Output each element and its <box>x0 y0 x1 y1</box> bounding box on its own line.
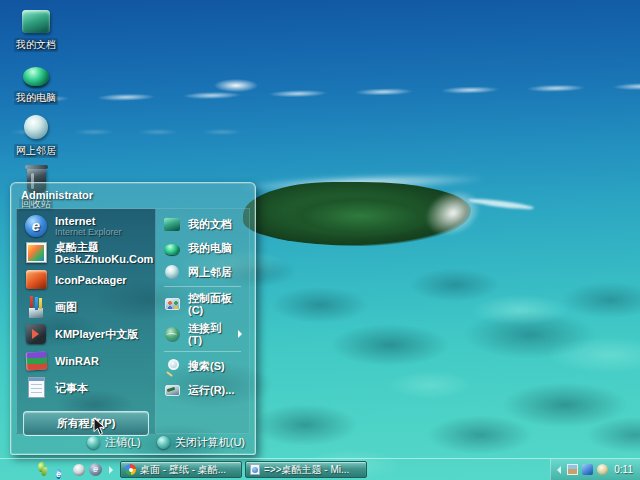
desktop-icon-label: 我的电脑 <box>14 91 58 105</box>
start-menu-pinned-column: e Internet Internet Explorer 桌酷主题Desk.Zh… <box>16 208 156 434</box>
start-menu-places-column: 我的文档 我的电脑 网上邻居 控制面板(C) 连接到(T) <box>156 208 250 434</box>
menu-item-label: 控制面板(C) <box>188 292 242 316</box>
menu-item-winrar[interactable]: WinRAR <box>17 347 155 374</box>
kmplayer-icon <box>24 322 48 346</box>
menu-item-label: 画图 <box>55 301 77 313</box>
system-tray: 0:11 <box>550 459 640 480</box>
menu-item-iconpackager[interactable]: IconPackager <box>17 266 155 293</box>
internet-explorer-icon: e <box>24 214 48 238</box>
volume-tray-icon[interactable] <box>597 464 608 475</box>
my-documents-icon <box>163 215 181 233</box>
mouse-cursor <box>93 417 106 440</box>
menu-item-label: 运行(R)... <box>188 384 234 396</box>
run-icon <box>163 381 181 399</box>
menu-item-my-documents[interactable]: 我的文档 <box>156 212 249 236</box>
menu-item-control-panel[interactable]: 控制面板(C) <box>156 289 249 319</box>
start-menu-footer: 注销(L) 关闭计算机(U) <box>87 432 245 452</box>
menu-item-label: IconPackager <box>55 274 127 286</box>
menu-item-label: 我的电脑 <box>188 242 232 254</box>
my-documents-icon <box>21 6 51 36</box>
menu-item-notepad[interactable]: 记事本 <box>17 374 155 401</box>
menu-item-my-computer[interactable]: 我的电脑 <box>156 236 249 260</box>
desktop-icon-label: 我的文档 <box>14 38 58 52</box>
menu-item-network-places[interactable]: 网上邻居 <box>156 260 249 284</box>
menu-item-label: 我的文档 <box>188 218 232 230</box>
iconpackager-icon <box>24 268 48 292</box>
user-name: Administrator <box>21 189 93 201</box>
desktop-icon-list: 我的文档 我的电脑 网上邻居 回收站 <box>4 6 68 211</box>
menu-item-paint[interactable]: 画图 <box>17 293 155 320</box>
turn-off-label: 关闭计算机(U) <box>175 435 245 450</box>
task-button-wallpaper-window[interactable]: 桌面 - 壁纸 - 桌酷... <box>120 461 242 478</box>
taskbar: e e 桌面 - 壁纸 - 桌酷... =>>桌酷主题 - Mi... 0:11 <box>0 459 640 480</box>
desktop-icon-network-places[interactable]: 网上邻居 <box>4 112 68 158</box>
network-places-icon <box>21 112 51 142</box>
turn-off-icon <box>157 436 170 449</box>
task-button-zhuoku-window[interactable]: =>>桌酷主题 - Mi... <box>245 461 367 478</box>
menu-item-label: 网上邻居 <box>188 266 232 278</box>
my-computer-icon <box>163 239 181 257</box>
submenu-arrow-icon <box>238 330 242 338</box>
menu-item-run[interactable]: 运行(R)... <box>156 378 249 402</box>
winrar-icon <box>24 349 48 373</box>
task-button-label: 桌面 - 壁纸 - 桌酷... <box>140 463 226 477</box>
internet-explorer-icon[interactable]: e <box>56 463 69 476</box>
taskbar-clock: 0:11 <box>612 464 633 475</box>
task-button-label: =>>桌酷主题 - Mi... <box>264 463 349 477</box>
desktop-icon-my-computer[interactable]: 我的电脑 <box>4 59 68 105</box>
wallpaper-pinwheel-icon <box>125 464 136 475</box>
menu-item-connect-to[interactable]: 连接到(T) <box>156 319 249 349</box>
log-off-label: 注销(L) <box>105 435 140 450</box>
menu-item-label: 搜索(S) <box>188 360 225 372</box>
menu-item-label: KMPlayer中文版 <box>55 328 138 340</box>
menu-item-search[interactable]: 搜索(S) <box>156 354 249 378</box>
browser-icon[interactable]: e <box>89 463 102 476</box>
quick-launch-expand-icon[interactable] <box>109 466 113 474</box>
control-panel-icon <box>163 295 181 313</box>
start-menu-user-header: Administrator <box>11 183 255 208</box>
show-desktop-icon[interactable] <box>73 464 85 476</box>
menu-item-label: 桌酷主题Desk.ZhuoKu.Com <box>55 241 153 265</box>
menu-item-label: Internet <box>55 215 122 227</box>
paint-icon <box>24 295 48 319</box>
screen: 我的文档 我的电脑 网上邻居 回收站 Administrator e Inter… <box>0 0 640 480</box>
menu-item-kmplayer[interactable]: KMPlayer中文版 <box>17 320 155 347</box>
island-forest <box>285 195 435 237</box>
menu-separator <box>164 286 241 287</box>
menu-separator <box>164 351 241 352</box>
start-menu-body: e Internet Internet Explorer 桌酷主题Desk.Zh… <box>16 208 250 434</box>
menu-item-label: 连接到(T) <box>188 322 231 346</box>
network-tray-icon[interactable] <box>582 464 593 475</box>
notepad-icon <box>24 376 48 400</box>
ie-page-icon <box>250 464 260 475</box>
turn-off-computer-button[interactable]: 关闭计算机(U) <box>157 435 245 450</box>
network-places-icon <box>163 263 181 281</box>
menu-item-sublabel: Internet Explorer <box>55 227 122 237</box>
menu-item-label: WinRAR <box>55 355 99 367</box>
zhuoku-theme-icon <box>24 241 48 265</box>
theme-tray-icon[interactable] <box>567 464 578 475</box>
search-icon <box>163 357 181 375</box>
quick-launch-bar: e e <box>52 459 120 480</box>
tray-collapse-icon[interactable] <box>557 466 561 474</box>
start-logo-icon <box>37 462 50 477</box>
menu-item-zhuoku-theme[interactable]: 桌酷主题Desk.ZhuoKu.Com <box>17 239 155 266</box>
menu-item-label: 记事本 <box>55 382 88 394</box>
my-computer-icon <box>21 59 51 89</box>
task-button-strip: 桌面 - 壁纸 - 桌酷... =>>桌酷主题 - Mi... <box>120 459 367 480</box>
desktop-icon-label: 网上邻居 <box>14 144 58 158</box>
start-menu: Administrator e Internet Internet Explor… <box>10 182 256 455</box>
menu-item-internet[interactable]: e Internet Internet Explorer <box>17 212 155 239</box>
desktop-icon-my-documents[interactable]: 我的文档 <box>4 6 68 52</box>
start-button[interactable] <box>0 459 52 480</box>
connect-to-icon <box>163 325 181 343</box>
